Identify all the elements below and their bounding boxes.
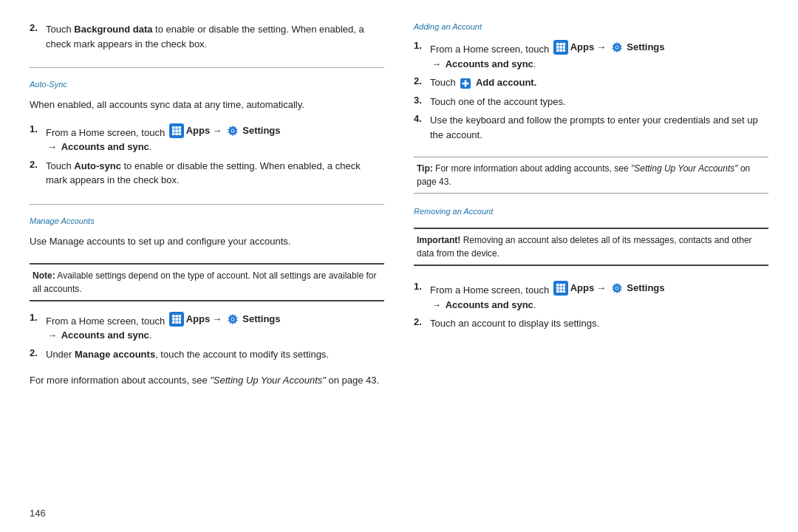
svg-rect-19 — [175, 321, 178, 324]
svg-rect-45 — [556, 290, 559, 293]
svg-rect-40 — [559, 284, 562, 287]
divider-2 — [30, 204, 384, 205]
svg-point-35 — [615, 46, 618, 49]
arrow-r1: → — [596, 40, 606, 55]
setting-up-italic: "Setting Up Your Accounts" — [210, 375, 326, 386]
page-number: 146 — [30, 508, 46, 519]
step-r2-content: Touch Add account. — [430, 75, 768, 90]
arrow-1b: → — [212, 312, 222, 327]
svg-rect-3 — [172, 129, 175, 132]
svg-rect-6 — [172, 132, 175, 135]
svg-rect-24 — [556, 43, 559, 46]
step-r1-content: From a Home screen, touch — [430, 40, 768, 71]
for-more-info: For more information about accounts, see… — [30, 373, 384, 389]
settings-icon-r1 — [610, 40, 624, 55]
svg-rect-20 — [178, 321, 181, 324]
apps-label-r1: Apps — [570, 40, 595, 55]
left-column: 2. Touch Background data to enable or di… — [30, 22, 384, 517]
svg-point-23 — [231, 318, 234, 321]
step-num-r4: 4. — [414, 113, 426, 124]
note-label: Note: — [33, 270, 55, 281]
step-1a-content: From a Home screen, touch — [46, 123, 384, 154]
step-r2b-content: Touch an account to display its settings… — [430, 316, 768, 331]
note-text: Available settings depend on the type of… — [33, 270, 376, 294]
step-r3-content: Touch one of the account types. — [430, 95, 768, 109]
svg-rect-44 — [562, 287, 565, 290]
settings-icon-1a — [225, 123, 240, 138]
tip-label: Tip: — [417, 163, 433, 174]
add-icon — [459, 77, 472, 90]
apps-icon-r1 — [553, 40, 568, 55]
tip-box: Tip: For more information about adding a… — [414, 157, 768, 194]
note-box: Note: Available settings depend on the t… — [30, 263, 384, 301]
arrow-1a: → — [212, 123, 222, 138]
svg-rect-17 — [178, 318, 181, 321]
settings-icon-r2 — [610, 281, 624, 296]
step-num-1b: 1. — [30, 312, 41, 323]
settings-label-r2: Settings — [627, 281, 664, 296]
svg-rect-30 — [556, 50, 559, 52]
apps-icon-r2 — [553, 281, 568, 296]
svg-rect-32 — [562, 50, 565, 52]
removing-account-section-label: Removing an Account — [414, 207, 768, 216]
step-2-background-data: Touch Background data to enable or disab… — [46, 22, 384, 51]
important-box: Important! Removing an account also dele… — [414, 228, 768, 266]
svg-rect-2 — [178, 126, 181, 129]
step-num-r1: 1. — [414, 40, 426, 51]
svg-rect-29 — [562, 46, 565, 49]
manage-accounts-bold: Manage accounts — [75, 349, 155, 360]
apps-label-r2: Apps — [570, 281, 595, 296]
svg-rect-41 — [562, 284, 565, 287]
autosync-section-label: Auto-Sync — [30, 80, 384, 89]
step-r4-content: Use the keyboard and follow the prompts … — [430, 113, 768, 142]
step-num-1a: 1. — [30, 123, 41, 134]
svg-rect-31 — [559, 50, 562, 52]
svg-rect-4 — [175, 129, 178, 132]
step-2a-content: Touch Auto-sync to enable or disable the… — [46, 159, 384, 188]
svg-rect-15 — [172, 318, 175, 321]
tip-italic: "Setting Up Your Accounts" — [631, 163, 738, 174]
settings-icon-1b — [225, 312, 240, 327]
svg-point-50 — [615, 287, 618, 290]
important-label: Important! — [417, 235, 460, 245]
svg-rect-12 — [172, 315, 175, 318]
svg-point-11 — [231, 129, 234, 132]
manage-accounts-section-label: Manage Accounts — [30, 216, 384, 225]
apps-icon-1 — [169, 123, 184, 138]
adding-account-section-label: Adding an Account — [414, 22, 768, 31]
svg-rect-28 — [559, 46, 562, 49]
divider-1 — [30, 67, 384, 68]
right-column: Adding an Account 1. From a Home screen,… — [414, 22, 768, 517]
svg-rect-43 — [559, 287, 562, 290]
add-account-label: Add account. — [476, 77, 536, 88]
arrow-r2: → — [596, 281, 606, 296]
accounts-sync-1a: Accounts and sync — [61, 141, 149, 152]
apps-label-1a: Apps — [186, 123, 211, 138]
apps-icon-2 — [169, 312, 184, 327]
accounts-sync-r2: Accounts and sync — [446, 299, 533, 310]
step-r1b-content: From a Home screen, touch — [430, 281, 768, 312]
manage-accounts-description: Use Manage accounts to set up and config… — [30, 234, 384, 250]
step-2b-content: Under Manage accounts, touch the account… — [46, 347, 384, 362]
svg-rect-7 — [175, 132, 178, 135]
background-data-label: Background data — [74, 24, 152, 35]
svg-rect-39 — [556, 284, 559, 287]
svg-rect-27 — [556, 46, 559, 49]
auto-sync-label: Auto-sync — [74, 160, 121, 171]
svg-rect-13 — [175, 315, 178, 318]
apps-label-1b: Apps — [186, 312, 211, 327]
step-num-r2b: 2. — [414, 316, 426, 327]
svg-rect-47 — [562, 290, 565, 293]
svg-rect-1 — [175, 126, 178, 129]
settings-label-1a: Settings — [242, 123, 280, 138]
step-num-r1b: 1. — [414, 281, 426, 292]
step-num-2a: 2. — [30, 159, 41, 170]
settings-label-r1: Settings — [627, 40, 664, 55]
svg-rect-14 — [178, 315, 181, 318]
step-num-2b: 2. — [30, 347, 41, 358]
step-1b-content: From a Home screen, touch — [46, 312, 384, 343]
svg-rect-46 — [559, 290, 562, 293]
svg-rect-5 — [178, 129, 181, 132]
step-num-2: 2. — [30, 22, 41, 33]
step-num-r3: 3. — [414, 95, 426, 106]
